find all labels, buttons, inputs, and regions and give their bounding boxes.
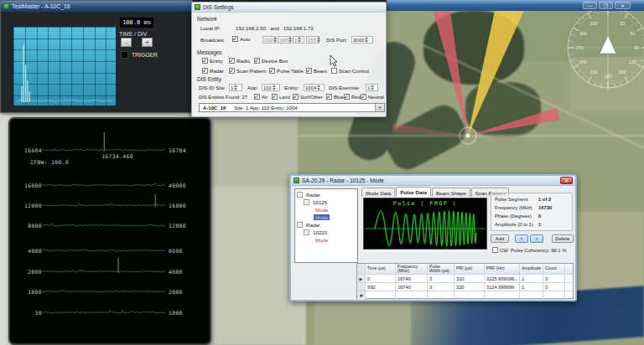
radio-checkbox[interactable]: Radio [229,58,250,64]
column-header[interactable]: Pulse Width (µs) [428,264,454,274]
app-field[interactable]: 110 [262,84,280,91]
neutral-filter-checkbox[interactable]: Neutral [361,94,384,100]
tab-pulse-data[interactable]: Pulse Data [396,187,431,197]
scope-window-titlebar[interactable]: TestMaster - A-10C_16 [1,1,192,12]
band-label: 40000 [169,183,186,188]
beam-checkbox[interactable]: Beam [306,68,327,74]
time-div-decrease-button[interactable]: - [121,38,132,47]
pulse-table-header-row: Time (µs) Frequency (MHz) Pulse Width (µ… [357,264,573,275]
column-header[interactable]: Count [543,264,565,274]
spinner-icon[interactable] [234,85,239,90]
band-label: 4000 [18,248,42,254]
prev-segment-button[interactable]: < [515,234,528,243]
tab-beam-shape[interactable]: Beam Shape [432,188,470,197]
checkbox[interactable] [232,36,238,42]
scan-pattern-checkbox[interactable]: Scan Pattern [229,68,267,74]
fmop-chirp-waveform [364,207,486,249]
spinner-icon[interactable] [317,85,322,90]
tree-item-10220[interactable]: - 10220 [295,229,357,236]
close-icon[interactable]: ✕ [560,177,573,184]
entities-found-label: DIS Entities Found: 27 [199,95,247,100]
column-header[interactable]: PRI (µs) [454,264,485,274]
tree-item-10125[interactable]: - 10125 [295,198,357,206]
spinner-icon[interactable] [273,37,277,43]
app-icon [195,4,200,10]
ip-octet-field[interactable]: 168 [278,36,291,44]
spinner-icon[interactable] [273,85,278,90]
local-ip-label: Local IP: [200,25,221,31]
dis-entity-section-label: DIS Entity [197,76,221,82]
spinner-icon[interactable] [298,37,303,43]
site-field[interactable]: 1 [229,84,242,91]
oscilloscope-screen [13,26,117,106]
cw-checkbox[interactable]: CW [492,247,508,253]
tree-item-mode-selected[interactable]: Mode [295,214,357,221]
auto-broadcast-checkbox[interactable]: Auto [232,36,251,42]
collapse-icon[interactable]: - [304,229,309,235]
maximize-icon[interactable]: ❐ [599,2,613,9]
entity-dropdown[interactable]: A-10C_16 Site: 1 App: 110 Entity: 1004 ▼ [199,103,385,112]
ip-octet-field[interactable]: 255 [306,36,319,44]
spinner-icon[interactable] [365,37,370,43]
table-row[interactable]: ▶ 0 16740 3 310 3225.806096... 1 3 [357,275,573,283]
device-bus-checkbox[interactable]: Device Bus [254,58,288,64]
dialog-title: DIS Settings [203,4,234,10]
collapse-icon[interactable]: - [304,199,309,205]
dis-port-field[interactable]: 3000 [351,36,373,44]
dialog-titlebar[interactable]: DIS Settings [192,3,386,13]
current-row-icon: ▶ [357,275,366,282]
radar-window-titlebar[interactable]: SA-20.29 - Radar - 10125 - Mode [291,176,575,186]
table-row[interactable]: 930 16740 3 320 3124.999999 1 3 [357,283,573,291]
spinner-icon[interactable] [317,37,320,43]
spinner-icon[interactable] [288,37,292,43]
scan-control-checkbox[interactable]: Scan Control [331,68,369,74]
close-icon[interactable]: ✕ [615,2,631,9]
entity-checkbox[interactable]: Entity [202,58,222,64]
svg-text:60: 60 [630,31,635,36]
collapse-icon[interactable]: - [297,222,303,228]
next-segment-button[interactable]: > [530,234,543,243]
svg-text:30: 30 [620,21,625,26]
tree-item-mode[interactable]: Mode [295,206,357,214]
spinner-icon[interactable] [371,85,376,90]
amplitude-value: 1 [538,222,541,227]
red-filter-checkbox[interactable]: Red [344,94,361,100]
band-label: 8000 [169,248,183,254]
radar-window-title: SA-20.29 - Radar - 10125 - Mode [302,178,384,183]
column-header[interactable]: Amplitude [520,264,543,274]
tab-mode-data[interactable]: Mode Data [361,188,395,197]
tree-item-radar[interactable]: - Radar [295,221,357,229]
tree-item-mode[interactable]: Mode [295,236,357,244]
app-icon [293,178,299,183]
delete-button[interactable]: Delete [552,234,574,243]
ip-octet-field[interactable]: 192 [262,36,276,44]
radar-checkbox[interactable]: Radar [202,68,224,74]
time-div-increase-button[interactable]: + [142,38,153,47]
dis-port-label: DIS Port: [326,37,347,43]
pulse-table: Time (µs) Frequency (MHz) Pulse Width (µ… [356,263,574,299]
add-button[interactable]: Add [491,234,509,243]
surf-other-filter-checkbox[interactable]: Surf/Other [293,94,323,100]
desktop: — ❐ ✕ [0,0,644,345]
trigger-checkbox[interactable] [121,51,128,59]
band-label: 8000 [18,223,42,229]
exercise-field[interactable]: 1 [366,84,378,91]
column-header[interactable]: Frequency (MHz) [396,264,428,274]
tree-item-radar[interactable]: - Radar [295,191,357,198]
blue-filter-checkbox[interactable]: Blue [326,94,344,100]
entity-field[interactable]: 1004 [304,84,325,91]
column-header[interactable]: PRF (Hz) [485,264,520,274]
collapse-icon[interactable]: - [297,192,303,198]
land-filter-checkbox[interactable]: Land [272,94,290,100]
column-header[interactable]: Time (µs) [366,264,396,274]
scope-window-title: TestMaster - A-10C_16 [12,3,70,9]
ip-octet-field[interactable]: 1 [293,36,304,44]
phase-label: Phase (Degrees) [495,214,538,219]
ifbw-readout: IFBW: 100.0 [30,159,69,165]
chevron-down-icon[interactable]: ▼ [375,104,384,111]
minimize-icon[interactable]: — [583,2,597,9]
pulse-segment-panel: Pulse Segment 1 of 2 Frequency (MHz) 167… [491,193,573,231]
air-filter-checkbox[interactable]: Air [254,94,267,100]
table-new-row[interactable]: ✱ [357,291,573,300]
pulse-table-checkbox[interactable]: Pulse Table [269,68,304,74]
